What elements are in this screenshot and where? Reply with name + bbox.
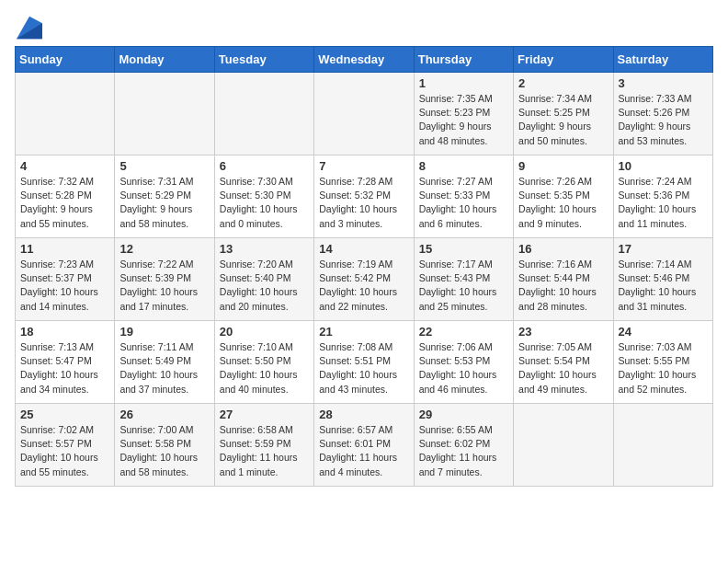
calendar-cell: 24Sunrise: 7:03 AM Sunset: 5:55 PM Dayli… <box>613 321 712 404</box>
day-number: 8 <box>419 159 508 173</box>
calendar-cell: 25Sunrise: 7:02 AM Sunset: 5:57 PM Dayli… <box>16 404 115 487</box>
calendar-cell <box>314 73 414 155</box>
day-info: Sunrise: 7:27 AM Sunset: 5:33 PM Dayligh… <box>419 175 508 231</box>
calendar-cell: 7Sunrise: 7:28 AM Sunset: 5:32 PM Daylig… <box>314 155 414 238</box>
day-number: 6 <box>220 159 309 173</box>
day-info: Sunrise: 7:32 AM Sunset: 5:28 PM Dayligh… <box>20 175 109 231</box>
logo-text <box>15 15 42 44</box>
day-number: 22 <box>419 325 508 339</box>
day-number: 10 <box>619 159 708 173</box>
day-number: 2 <box>518 76 608 90</box>
day-number: 19 <box>119 325 209 339</box>
weekday-header-row: SundayMondayTuesdayWednesdayThursdayFrid… <box>16 47 713 73</box>
week-row-2: 4Sunrise: 7:32 AM Sunset: 5:28 PM Daylig… <box>16 155 713 238</box>
day-info: Sunrise: 7:23 AM Sunset: 5:37 PM Dayligh… <box>20 258 109 314</box>
calendar-cell: 19Sunrise: 7:11 AM Sunset: 5:49 PM Dayli… <box>115 321 214 404</box>
day-info: Sunrise: 7:26 AM Sunset: 5:35 PM Dayligh… <box>518 175 608 231</box>
calendar-cell: 13Sunrise: 7:20 AM Sunset: 5:40 PM Dayli… <box>214 238 313 321</box>
day-number: 5 <box>119 159 209 173</box>
day-number: 21 <box>319 325 408 339</box>
calendar-cell <box>16 73 115 155</box>
day-info: Sunrise: 7:05 AM Sunset: 5:54 PM Dayligh… <box>518 340 608 396</box>
day-info: Sunrise: 7:10 AM Sunset: 5:50 PM Dayligh… <box>220 340 309 396</box>
day-number: 4 <box>20 159 109 173</box>
calendar-cell: 14Sunrise: 7:19 AM Sunset: 5:42 PM Dayli… <box>314 238 414 321</box>
day-info: Sunrise: 7:14 AM Sunset: 5:46 PM Dayligh… <box>619 258 708 314</box>
calendar-cell: 28Sunrise: 6:57 AM Sunset: 6:01 PM Dayli… <box>314 404 414 487</box>
day-info: Sunrise: 7:22 AM Sunset: 5:39 PM Dayligh… <box>119 258 209 314</box>
day-number: 20 <box>220 325 309 339</box>
calendar-table: SundayMondayTuesdayWednesdayThursdayFrid… <box>15 46 713 487</box>
weekday-wednesday: Wednesday <box>314 47 414 73</box>
day-number: 16 <box>518 242 608 256</box>
day-info: Sunrise: 7:19 AM Sunset: 5:42 PM Dayligh… <box>319 258 408 314</box>
day-number: 11 <box>20 242 109 256</box>
calendar-cell: 3Sunrise: 7:33 AM Sunset: 5:26 PM Daylig… <box>613 73 712 155</box>
day-info: Sunrise: 7:24 AM Sunset: 5:36 PM Dayligh… <box>619 175 708 231</box>
day-info: Sunrise: 7:17 AM Sunset: 5:43 PM Dayligh… <box>419 258 508 314</box>
weekday-sunday: Sunday <box>16 47 115 73</box>
day-number: 25 <box>20 408 109 421</box>
day-info: Sunrise: 7:31 AM Sunset: 5:29 PM Dayligh… <box>119 175 209 231</box>
day-info: Sunrise: 7:34 AM Sunset: 5:25 PM Dayligh… <box>518 92 608 148</box>
calendar-cell <box>214 73 313 155</box>
day-info: Sunrise: 7:20 AM Sunset: 5:40 PM Dayligh… <box>220 258 309 314</box>
day-info: Sunrise: 6:58 AM Sunset: 5:59 PM Dayligh… <box>220 423 309 479</box>
week-row-4: 18Sunrise: 7:13 AM Sunset: 5:47 PM Dayli… <box>16 321 713 404</box>
day-number: 26 <box>119 408 209 421</box>
calendar-cell <box>613 404 712 487</box>
day-number: 28 <box>319 408 408 421</box>
calendar-cell: 1Sunrise: 7:35 AM Sunset: 5:23 PM Daylig… <box>414 73 513 155</box>
day-info: Sunrise: 7:33 AM Sunset: 5:26 PM Dayligh… <box>619 92 708 148</box>
calendar-cell: 2Sunrise: 7:34 AM Sunset: 5:25 PM Daylig… <box>514 73 613 155</box>
calendar-cell: 6Sunrise: 7:30 AM Sunset: 5:30 PM Daylig… <box>214 155 313 238</box>
calendar-cell: 22Sunrise: 7:06 AM Sunset: 5:53 PM Dayli… <box>414 321 513 404</box>
day-info: Sunrise: 7:08 AM Sunset: 5:51 PM Dayligh… <box>319 340 408 396</box>
day-number: 12 <box>119 242 209 256</box>
calendar-cell: 21Sunrise: 7:08 AM Sunset: 5:51 PM Dayli… <box>314 321 414 404</box>
weekday-tuesday: Tuesday <box>214 47 313 73</box>
day-number: 14 <box>319 242 408 256</box>
day-number: 27 <box>220 408 309 421</box>
weekday-thursday: Thursday <box>414 47 513 73</box>
calendar-body: 1Sunrise: 7:35 AM Sunset: 5:23 PM Daylig… <box>16 73 713 487</box>
day-info: Sunrise: 7:11 AM Sunset: 5:49 PM Dayligh… <box>119 340 209 396</box>
day-info: Sunrise: 7:03 AM Sunset: 5:55 PM Dayligh… <box>619 340 708 396</box>
calendar-cell: 20Sunrise: 7:10 AM Sunset: 5:50 PM Dayli… <box>214 321 313 404</box>
calendar-cell: 16Sunrise: 7:16 AM Sunset: 5:44 PM Dayli… <box>514 238 613 321</box>
weekday-saturday: Saturday <box>613 47 712 73</box>
day-info: Sunrise: 6:57 AM Sunset: 6:01 PM Dayligh… <box>319 423 408 479</box>
week-row-5: 25Sunrise: 7:02 AM Sunset: 5:57 PM Dayli… <box>16 404 713 487</box>
logo <box>15 15 42 39</box>
calendar-cell: 9Sunrise: 7:26 AM Sunset: 5:35 PM Daylig… <box>514 155 613 238</box>
week-row-3: 11Sunrise: 7:23 AM Sunset: 5:37 PM Dayli… <box>16 238 713 321</box>
day-number: 9 <box>518 159 608 173</box>
calendar-cell: 5Sunrise: 7:31 AM Sunset: 5:29 PM Daylig… <box>115 155 214 238</box>
calendar-cell: 8Sunrise: 7:27 AM Sunset: 5:33 PM Daylig… <box>414 155 513 238</box>
day-number: 29 <box>419 408 508 421</box>
day-number: 23 <box>518 325 608 339</box>
calendar-cell: 10Sunrise: 7:24 AM Sunset: 5:36 PM Dayli… <box>613 155 712 238</box>
calendar-cell: 29Sunrise: 6:55 AM Sunset: 6:02 PM Dayli… <box>414 404 513 487</box>
week-row-1: 1Sunrise: 7:35 AM Sunset: 5:23 PM Daylig… <box>16 73 713 155</box>
day-info: Sunrise: 7:16 AM Sunset: 5:44 PM Dayligh… <box>518 258 608 314</box>
day-info: Sunrise: 7:28 AM Sunset: 5:32 PM Dayligh… <box>319 175 408 231</box>
calendar-cell: 18Sunrise: 7:13 AM Sunset: 5:47 PM Dayli… <box>16 321 115 404</box>
day-info: Sunrise: 7:30 AM Sunset: 5:30 PM Dayligh… <box>220 175 309 231</box>
day-info: Sunrise: 6:55 AM Sunset: 6:02 PM Dayligh… <box>419 423 508 479</box>
calendar-cell: 15Sunrise: 7:17 AM Sunset: 5:43 PM Dayli… <box>414 238 513 321</box>
day-number: 7 <box>319 159 408 173</box>
day-number: 15 <box>419 242 508 256</box>
day-number: 3 <box>619 76 708 90</box>
day-info: Sunrise: 7:06 AM Sunset: 5:53 PM Dayligh… <box>419 340 508 396</box>
day-number: 17 <box>619 242 708 256</box>
weekday-friday: Friday <box>514 47 613 73</box>
calendar-cell: 17Sunrise: 7:14 AM Sunset: 5:46 PM Dayli… <box>613 238 712 321</box>
calendar-cell <box>514 404 613 487</box>
calendar-cell: 27Sunrise: 6:58 AM Sunset: 5:59 PM Dayli… <box>214 404 313 487</box>
day-number: 18 <box>20 325 109 339</box>
day-number: 24 <box>619 325 708 339</box>
day-info: Sunrise: 7:00 AM Sunset: 5:58 PM Dayligh… <box>119 423 209 479</box>
day-number: 1 <box>419 76 508 90</box>
calendar-cell: 26Sunrise: 7:00 AM Sunset: 5:58 PM Dayli… <box>115 404 214 487</box>
